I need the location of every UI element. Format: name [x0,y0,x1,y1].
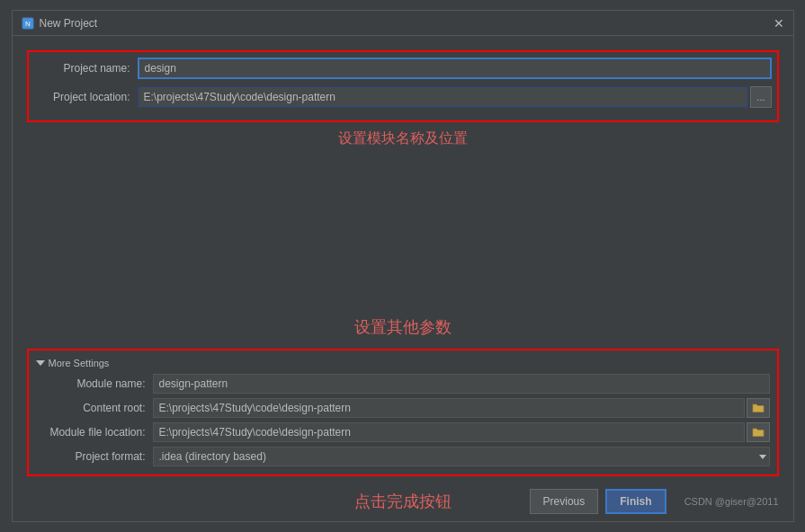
new-project-dialog: N New Project ✕ Project name: Project lo… [12,10,794,522]
project-location-input[interactable] [138,86,749,108]
project-location-label: Project location: [34,91,138,103]
project-format-select-wrapper: .idea (directory based) .ipr (file based… [153,447,770,466]
module-file-label: Module file location: [36,426,153,439]
module-file-row: Module file location: [36,422,770,442]
project-location-row: Project location: ... [34,86,772,108]
more-settings-section: More Settings Module name: Content root: [27,349,779,476]
content-root-row: Content root: [36,398,770,418]
module-name-label: Module name: [36,377,153,390]
project-format-select[interactable]: .idea (directory based) .ipr (file based… [153,447,770,466]
folder-icon [752,403,765,413]
previous-button[interactable]: Previous [530,489,599,514]
project-location-input-wrapper: ... [138,86,772,108]
project-name-label: Project name: [34,62,138,75]
more-settings-title: More Settings [36,358,770,368]
spacer-area [27,155,779,302]
watermark-text: CSDN @giser@2011 [684,496,779,507]
title-bar: N New Project ✕ [13,11,793,36]
svg-text:N: N [25,20,31,28]
content-root-label: Content root: [36,402,153,414]
annotation-bottom-label: 点击完成按钮 [354,491,452,512]
project-name-row: Project name: [34,58,772,79]
content-root-browse-button[interactable] [747,398,770,418]
expand-icon [36,360,45,366]
annotation-middle-label: 设置其他参数 [27,302,779,345]
top-annotation-box: Project name: Project location: ... [27,50,779,122]
module-name-row: Module name: [36,374,770,394]
annotation-top-label: 设置模块名称及位置 [27,122,779,155]
dialog-footer: 点击完成按钮 Previous Finish CSDN @giser@2011 [13,483,793,521]
module-file-browse-button[interactable] [747,422,770,442]
project-name-input[interactable] [138,58,772,79]
dialog-body: Project name: Project location: ... 设置模块… [13,36,793,483]
title-bar-left: N New Project [22,17,98,30]
project-format-label: Project format: [36,450,153,463]
finish-button[interactable]: Finish [605,489,666,514]
content-root-input[interactable] [153,398,745,418]
dialog-icon: N [22,17,34,30]
module-name-input[interactable] [153,374,770,394]
module-file-input[interactable] [153,422,745,442]
project-location-browse-button[interactable]: ... [750,86,771,108]
dialog-title: New Project [40,17,98,30]
folder-icon-2 [752,427,765,438]
more-settings-label: More Settings [49,358,110,368]
close-button[interactable]: ✕ [774,16,784,31]
project-format-row: Project format: .idea (directory based) … [36,447,770,466]
project-name-input-wrapper [138,58,772,79]
